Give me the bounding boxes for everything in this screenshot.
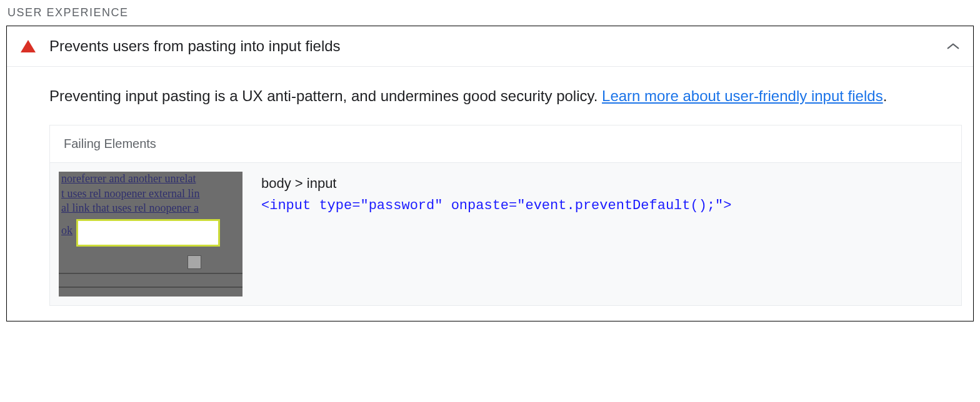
thumb-highlight-box — [76, 219, 220, 247]
thumb-text-line: noreferrer and another unrelat — [59, 172, 242, 186]
thumb-broken-image-icon — [188, 255, 201, 269]
thumb-ok-text: ok — [61, 224, 72, 237]
warning-triangle-icon — [21, 40, 36, 52]
failing-element-info: body > input <input type="password" onpa… — [261, 172, 732, 297]
audit-title: Prevents users from pasting into input f… — [49, 37, 947, 55]
audit-body: Preventing input pasting is a UX anti-pa… — [7, 67, 973, 321]
failing-element-row: noreferrer and another unrelat t uses re… — [50, 163, 961, 305]
audit-description-suffix: . — [883, 87, 888, 104]
thumb-text-line: al link that uses rel noopener a — [59, 201, 242, 215]
failing-elements-block: Failing Elements noreferrer and another … — [49, 125, 962, 306]
audit-summary-row[interactable]: Prevents users from pasting into input f… — [7, 26, 973, 67]
thumb-text-line: t uses rel noopener external lin — [59, 187, 242, 201]
failing-elements-header: Failing Elements — [50, 125, 961, 163]
chevron-up-icon — [947, 42, 959, 50]
thumb-divider — [59, 287, 242, 288]
audit-description-prefix: Preventing input pasting is a UX anti-pa… — [49, 87, 602, 104]
element-code-snippet: <input type="password" onpaste="event.pr… — [261, 198, 732, 213]
audit-card: Prevents users from pasting into input f… — [6, 26, 974, 321]
section-header: USER EXPERIENCE — [6, 6, 974, 19]
element-thumbnail: noreferrer and another unrelat t uses re… — [59, 172, 242, 297]
audit-description: Preventing input pasting is a UX anti-pa… — [49, 84, 962, 107]
learn-more-link[interactable]: Learn more about user-friendly input fie… — [602, 87, 883, 104]
element-selector-path: body > input — [261, 175, 732, 192]
thumb-divider — [59, 273, 242, 274]
